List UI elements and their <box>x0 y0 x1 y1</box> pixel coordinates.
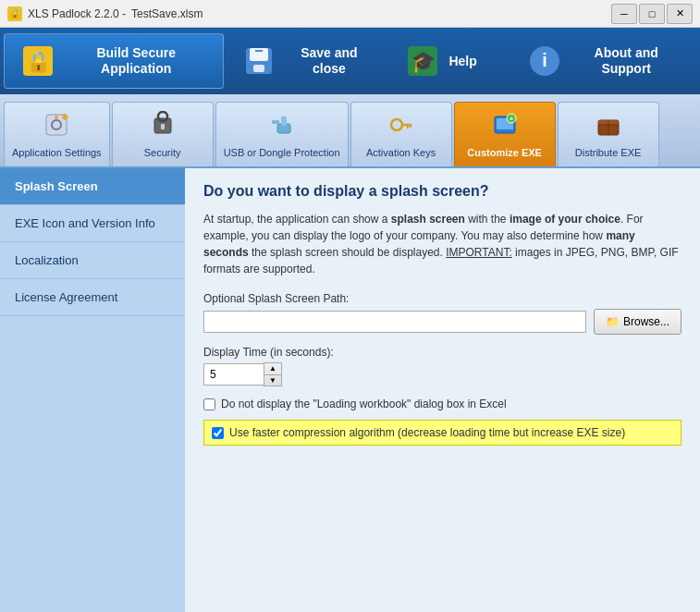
tab-activation-label: Activation Keys <box>366 147 436 158</box>
tab-security-label: Security <box>144 147 181 158</box>
splash-path-input[interactable] <box>203 311 586 333</box>
distribute-icon <box>595 111 622 143</box>
security-icon <box>149 111 177 143</box>
display-time-row: Display Time (in seconds): ▲ ▼ <box>203 346 682 386</box>
checkbox-loading-label: Do not display the "Loading workbook" di… <box>221 398 507 410</box>
save-label: Save and close <box>285 45 373 77</box>
filename-text: TestSave.xlsm <box>131 7 203 20</box>
splash-path-row: Optional Splash Screen Path: 📁 Browse... <box>203 292 682 335</box>
svg-text:+: + <box>509 115 513 123</box>
browse-label: Browse... <box>623 315 669 328</box>
svg-text:i: i <box>543 50 548 70</box>
spinner-up-button[interactable]: ▲ <box>264 363 281 374</box>
svg-text:🔒: 🔒 <box>26 49 52 74</box>
sidebar: Splash Screen EXE Icon and Version Info … <box>0 168 185 612</box>
browse-button[interactable]: 📁 Browse... <box>594 309 682 335</box>
browse-icon: 📁 <box>606 315 620 328</box>
svg-rect-5 <box>255 50 263 52</box>
build-button[interactable]: 🔒 Build Secure Application <box>4 33 224 89</box>
maximize-button[interactable]: □ <box>639 4 665 24</box>
tab-customize[interactable]: + Customize EXE <box>454 102 556 166</box>
save-icon <box>240 43 277 80</box>
customize-icon: + <box>491 111 519 143</box>
sidebar-item-splash[interactable]: Splash Screen <box>0 168 185 205</box>
usb-icon <box>268 111 296 143</box>
toolbar: 🔒 Build Secure Application Save and clos… <box>0 28 700 94</box>
main-content: Splash Screen EXE Icon and Version Info … <box>0 168 700 612</box>
svg-text:🎓: 🎓 <box>411 49 436 74</box>
checkbox-compression-label: Use faster compression algorithm (decrea… <box>229 426 625 439</box>
tab-usb-label: USB or Dongle Protection <box>224 147 340 158</box>
help-icon: 🎓 <box>404 43 441 80</box>
help-button[interactable]: 🎓 Help <box>389 33 510 89</box>
app-settings-icon: ✱ <box>43 111 70 143</box>
svg-rect-16 <box>161 124 165 129</box>
sidebar-item-license[interactable]: License Agreement <box>0 279 185 316</box>
sidebar-item-localization[interactable]: Localization <box>0 242 185 279</box>
content-panel: Do you want to display a splash screen? … <box>185 168 700 612</box>
title-bar: 🔒 XLS Padlock 2.2.0 - TestSave.xlsm ─ □ … <box>0 0 700 28</box>
svg-point-12 <box>55 116 58 119</box>
svg-rect-4 <box>253 65 264 72</box>
sidebar-splash-label: Splash Screen <box>15 179 98 193</box>
content-title: Do you want to display a splash screen? <box>203 183 682 200</box>
display-time-label: Display Time (in seconds): <box>203 346 682 359</box>
checkbox-compression-row: Use faster compression algorithm (decrea… <box>203 420 682 446</box>
display-time-spinner: ▲ ▼ <box>203 362 287 386</box>
tab-security[interactable]: Security <box>112 102 214 166</box>
svg-text:✱: ✱ <box>61 112 68 122</box>
svg-rect-18 <box>281 116 287 126</box>
window-controls: ─ □ ✕ <box>611 4 693 24</box>
about-label: About and Support <box>571 45 682 77</box>
spinner-down-button[interactable]: ▼ <box>264 374 281 386</box>
checkbox-compression[interactable] <box>212 427 224 439</box>
about-icon: i <box>526 43 563 80</box>
tab-distribute[interactable]: Distribute EXE <box>558 102 659 166</box>
sidebar-item-exe-icon[interactable]: EXE Icon and Version Info <box>0 205 185 242</box>
activation-icon <box>387 111 415 143</box>
save-button[interactable]: Save and close <box>226 33 387 89</box>
close-button[interactable]: ✕ <box>667 4 693 24</box>
tab-bar: ✱ Application Settings Security USB or D… <box>0 94 700 168</box>
sidebar-exe-icon-label: EXE Icon and Version Info <box>15 216 155 230</box>
build-icon: 🔒 <box>19 43 56 80</box>
minimize-button[interactable]: ─ <box>611 4 637 24</box>
spinner-buttons: ▲ ▼ <box>264 362 282 386</box>
about-button[interactable]: i About and Support <box>511 33 696 89</box>
display-time-input[interactable] <box>203 363 264 386</box>
checkbox-loading[interactable] <box>203 398 215 410</box>
title-text: XLS Padlock 2.2.0 - <box>28 7 126 20</box>
checkbox-loading-row: Do not display the "Loading workbook" di… <box>203 398 682 410</box>
tab-activation[interactable]: Activation Keys <box>350 102 452 166</box>
tab-distribute-label: Distribute EXE <box>575 147 642 158</box>
content-description: At startup, the application can show a s… <box>203 211 682 277</box>
sidebar-license-label: License Agreement <box>15 290 117 304</box>
tab-app-settings[interactable]: ✱ Application Settings <box>4 102 110 166</box>
help-label: Help <box>448 54 476 69</box>
tab-app-settings-label: Application Settings <box>12 147 102 158</box>
sidebar-localization-label: Localization <box>15 253 79 267</box>
tab-usb[interactable]: USB or Dongle Protection <box>215 102 349 166</box>
splash-path-label: Optional Splash Screen Path: <box>203 292 682 305</box>
app-icon: 🔒 <box>7 6 22 21</box>
svg-rect-19 <box>272 120 279 124</box>
tab-customize-label: Customize EXE <box>467 147 542 158</box>
svg-point-20 <box>391 119 402 130</box>
build-label: Build Secure Application <box>64 45 208 77</box>
